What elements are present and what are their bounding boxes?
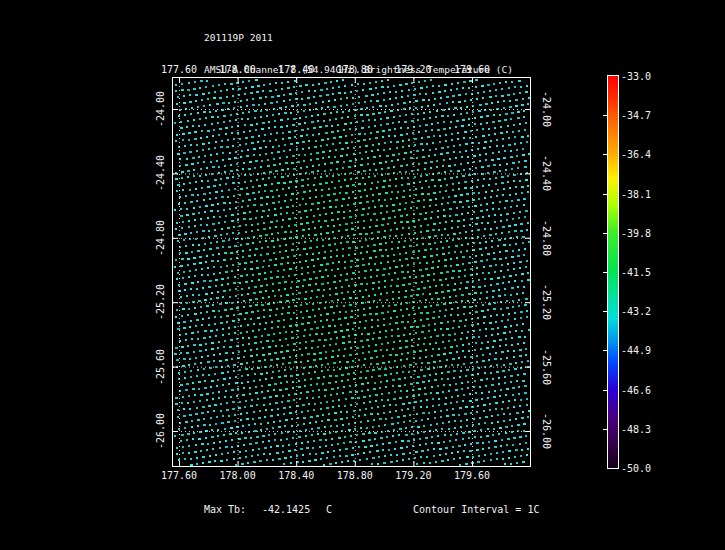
colorbar-tick-mark xyxy=(603,115,607,116)
colorbar-tick-label: -38.1 xyxy=(621,188,651,199)
y-axis-tick-label-right: -24.80 xyxy=(541,220,552,256)
x-axis-tick-label-bottom: 178.40 xyxy=(278,470,314,481)
colorbar-tick-label: -36.4 xyxy=(621,149,651,160)
max-tb-unit: C xyxy=(326,504,332,515)
y-axis-tick-label-left: -25.20 xyxy=(155,284,166,320)
plot-window: 201119P 2011 AMSU-A Channel 7 (54.94GHz)… xyxy=(0,0,725,550)
y-axis-tick-label-right: -24.00 xyxy=(541,91,552,127)
y-axis-tick-label-left: -24.00 xyxy=(155,91,166,127)
x-axis-tick-label-top: 179.60 xyxy=(454,64,490,75)
y-axis-tick-label-right: -25.60 xyxy=(541,349,552,385)
colorbar-tick-mark xyxy=(603,311,607,312)
x-axis-tick-label-bottom: 178.80 xyxy=(337,470,373,481)
data-field-canvas xyxy=(173,78,530,466)
plot-frame xyxy=(172,77,531,467)
colorbar-tick-mark xyxy=(603,429,607,430)
x-axis-tick-label-top: 177.60 xyxy=(161,64,197,75)
y-axis-tick-label-right: -26.00 xyxy=(541,413,552,449)
y-axis-tick-label-left: -24.40 xyxy=(155,155,166,191)
x-axis-tick-label-bottom: 178.00 xyxy=(220,470,256,481)
colorbar-tick-label: -34.7 xyxy=(621,110,651,121)
x-axis-tick-label-top: 178.40 xyxy=(278,64,314,75)
colorbar-tick-label: -48.3 xyxy=(621,423,651,434)
colorbar-tick-mark xyxy=(603,272,607,273)
x-axis-tick-label-bottom: 179.60 xyxy=(454,470,490,481)
colorbar-tick-mark xyxy=(603,390,607,391)
colorbar-tick-mark xyxy=(603,233,607,234)
colorbar xyxy=(607,75,619,469)
y-axis-tick-label-left: -26.00 xyxy=(155,413,166,449)
y-axis-tick-label-left: -25.60 xyxy=(155,349,166,385)
colorbar-tick-mark xyxy=(603,194,607,195)
x-axis-tick-label-top: 178.00 xyxy=(220,64,256,75)
dataset-id: 201119P 2011 xyxy=(204,33,513,44)
colorbar-tick-label: -46.6 xyxy=(621,384,651,395)
y-axis-tick-label-right: -25.20 xyxy=(541,284,552,320)
x-axis-tick-label-top: 178.80 xyxy=(337,64,373,75)
x-axis-tick-label-top: 179.20 xyxy=(395,64,431,75)
colorbar-tick-mark xyxy=(603,350,607,351)
colorbar-tick-label: -41.5 xyxy=(621,267,651,278)
colorbar-tick-label: -39.8 xyxy=(621,227,651,238)
colorbar-tick-label: -33.0 xyxy=(621,71,651,82)
colorbar-tick-label: -43.2 xyxy=(621,306,651,317)
max-tb-label: Max Tb: xyxy=(204,504,246,515)
x-axis-tick-label-bottom: 177.60 xyxy=(161,470,197,481)
contour-interval-text: Contour Interval = 1C xyxy=(413,504,539,515)
colorbar-tick-mark xyxy=(603,154,607,155)
max-tb-value: -42.1425 xyxy=(262,504,310,515)
colorbar-tick-label: -50.0 xyxy=(621,463,651,474)
colorbar-tick-label: -44.9 xyxy=(621,345,651,356)
x-axis-tick-label-bottom: 179.20 xyxy=(395,470,431,481)
y-axis-tick-label-right: -24.40 xyxy=(541,155,552,191)
y-axis-tick-label-left: -24.80 xyxy=(155,220,166,256)
